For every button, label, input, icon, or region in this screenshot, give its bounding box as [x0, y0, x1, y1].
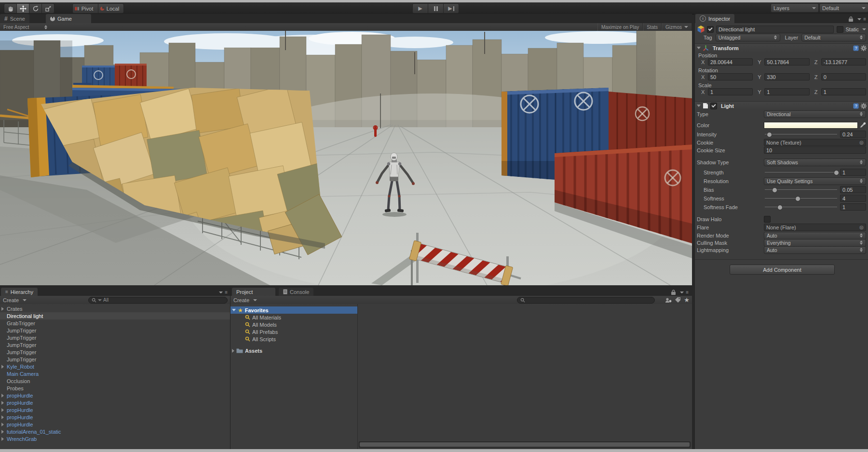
aspect-dropdown[interactable]: Free Aspect — [0, 25, 48, 30]
hierarchy-item[interactable]: WrenchGrab — [0, 435, 230, 442]
hierarchy-item[interactable]: Crates — [0, 305, 230, 312]
expand-arrow-icon[interactable] — [1, 437, 4, 441]
hierarchy-item[interactable]: Main Camera — [0, 370, 230, 377]
add-component-button[interactable]: Add Component — [730, 265, 835, 275]
hierarchy-item[interactable]: propHurdle — [0, 399, 230, 406]
transform-component-header[interactable]: Transform ? — [695, 43, 868, 52]
expand-arrow-icon[interactable] — [1, 408, 4, 412]
tab-game[interactable]: Game — [46, 14, 91, 23]
softness-fade-slider[interactable] — [764, 204, 838, 210]
pause-button[interactable] — [428, 3, 444, 13]
softness-value-field[interactable]: 4 — [840, 195, 866, 202]
layers-dropdown[interactable]: Layers — [771, 3, 819, 13]
hand-tool-button[interactable] — [4, 3, 17, 13]
project-favorites-item[interactable]: ★ Favorites — [231, 306, 357, 314]
hierarchy-item[interactable]: JumpTrigger — [0, 327, 230, 334]
render-mode-dropdown[interactable]: Auto — [764, 232, 866, 239]
hierarchy-item[interactable]: propHurdle — [0, 413, 230, 421]
hierarchy-item[interactable]: tutorialArena_01_static — [0, 428, 230, 435]
draw-halo-checkbox[interactable] — [764, 216, 771, 223]
hierarchy-item[interactable]: JumpTrigger — [0, 334, 230, 341]
tab-console[interactable]: Console — [279, 288, 313, 296]
game-viewport[interactable] — [0, 31, 692, 285]
expand-arrow-icon[interactable] — [1, 394, 4, 398]
hierarchy-item[interactable]: JumpTrigger — [0, 348, 230, 356]
maximize-on-play-button[interactable]: Maximize on Play — [597, 23, 643, 31]
expand-arrow-icon[interactable] — [1, 430, 4, 434]
project-create-button[interactable]: Create — [231, 296, 260, 304]
softness-fade-value-field[interactable]: 1 — [840, 203, 866, 211]
gear-icon[interactable] — [861, 45, 867, 51]
gear-icon[interactable] — [861, 103, 867, 109]
layout-dropdown[interactable]: Default — [819, 3, 868, 13]
fold-arrow-icon[interactable] — [697, 47, 701, 49]
hierarchy-item[interactable]: JumpTrigger — [0, 356, 230, 363]
rotate-tool-button[interactable] — [29, 3, 42, 13]
hierarchy-item[interactable]: JumpTrigger — [0, 341, 230, 348]
project-filter-item[interactable]: All Prefabs — [231, 328, 357, 335]
inspector-panel-menu[interactable]: ≡ — [849, 16, 866, 22]
scale-z-field[interactable]: 1 — [821, 88, 866, 95]
intensity-value-field[interactable]: 0.24 — [840, 131, 866, 138]
position-z-field[interactable]: -13.12677 — [821, 58, 866, 66]
hierarchy-item[interactable]: GrabTrigger — [0, 319, 230, 327]
project-assets-item[interactable]: Assets — [231, 347, 357, 354]
scale-tool-button[interactable] — [42, 3, 54, 13]
hierarchy-item[interactable]: propHurdle — [0, 421, 230, 428]
tab-inspector[interactable]: i Inspector — [695, 14, 734, 23]
help-book-icon[interactable]: ? — [853, 103, 859, 109]
horizontal-scrollbar[interactable] — [359, 441, 691, 448]
softness-slider[interactable] — [764, 195, 838, 201]
search-by-label-icon[interactable] — [675, 297, 681, 303]
project-filter-item[interactable]: All Models — [231, 321, 357, 328]
culling-mask-dropdown[interactable]: Everything — [764, 239, 866, 247]
cookie-size-field[interactable]: 10 — [764, 146, 866, 154]
scale-y-field[interactable]: 1 — [764, 88, 809, 95]
project-filter-item[interactable]: All Scripts — [231, 335, 357, 343]
stats-button[interactable]: Stats — [643, 23, 662, 31]
gizmos-dropdown[interactable]: Gizmos — [662, 23, 692, 31]
expand-arrow-icon[interactable] — [232, 349, 234, 353]
resolution-dropdown[interactable]: Use Quality Settings — [764, 177, 866, 185]
expand-arrow-icon[interactable] — [1, 307, 4, 311]
hierarchy-item[interactable]: propHurdle — [0, 406, 230, 413]
rotation-y-field[interactable]: 330 — [764, 73, 809, 80]
cookie-object-field[interactable]: None (Texture)◎ — [764, 139, 866, 146]
expand-arrow-icon[interactable] — [1, 401, 4, 405]
shadow-type-dropdown[interactable]: Soft Shadows — [764, 159, 866, 166]
light-type-dropdown[interactable]: Directional — [764, 110, 866, 118]
project-assets-pane[interactable] — [358, 304, 692, 449]
position-y-field[interactable]: 50.17864 — [764, 58, 809, 66]
hierarchy-item[interactable]: Kyle_Robot — [0, 363, 230, 370]
eyedropper-icon[interactable] — [860, 122, 866, 128]
light-component-header[interactable]: Light ? — [695, 101, 868, 110]
fold-arrow-icon[interactable] — [697, 105, 701, 107]
local-toggle-button[interactable]: Local — [98, 3, 124, 13]
hierarchy-panel-menu[interactable]: ≡ — [217, 290, 227, 295]
hierarchy-item[interactable]: propHurdle — [0, 392, 230, 399]
expand-arrow-icon[interactable] — [232, 309, 236, 311]
object-picker-icon[interactable]: ◎ — [859, 140, 864, 145]
project-panel-menu[interactable]: ≡ — [671, 290, 688, 295]
project-filter-item[interactable]: All Materials — [231, 314, 357, 321]
hierarchy-search-input[interactable]: All — [88, 297, 228, 304]
search-by-type-icon[interactable] — [665, 297, 672, 303]
help-book-icon[interactable]: ? — [853, 45, 859, 51]
rotation-x-field[interactable]: 50 — [708, 73, 753, 80]
project-search-input[interactable] — [517, 297, 655, 304]
intensity-slider[interactable] — [764, 131, 838, 137]
static-checkbox[interactable] — [837, 26, 843, 33]
position-x-field[interactable]: 28.00644 — [708, 58, 753, 66]
static-dropdown-arrow[interactable] — [862, 28, 866, 30]
tag-dropdown[interactable]: Untagged — [716, 34, 780, 41]
expand-arrow-icon[interactable] — [1, 365, 4, 369]
step-button[interactable]: ▶ — [444, 3, 459, 13]
pivot-toggle-button[interactable]: Pivot — [72, 3, 98, 13]
object-picker-icon[interactable]: ◎ — [859, 225, 864, 230]
tab-project[interactable]: Project — [232, 288, 275, 296]
active-checkbox[interactable] — [707, 26, 714, 33]
tab-hierarchy[interactable]: ≡ Hierarchy — [1, 288, 38, 296]
bias-slider[interactable] — [764, 186, 838, 193]
hierarchy-item[interactable]: Probes — [0, 385, 230, 392]
hierarchy-item[interactable]: Occlusion — [0, 377, 230, 385]
